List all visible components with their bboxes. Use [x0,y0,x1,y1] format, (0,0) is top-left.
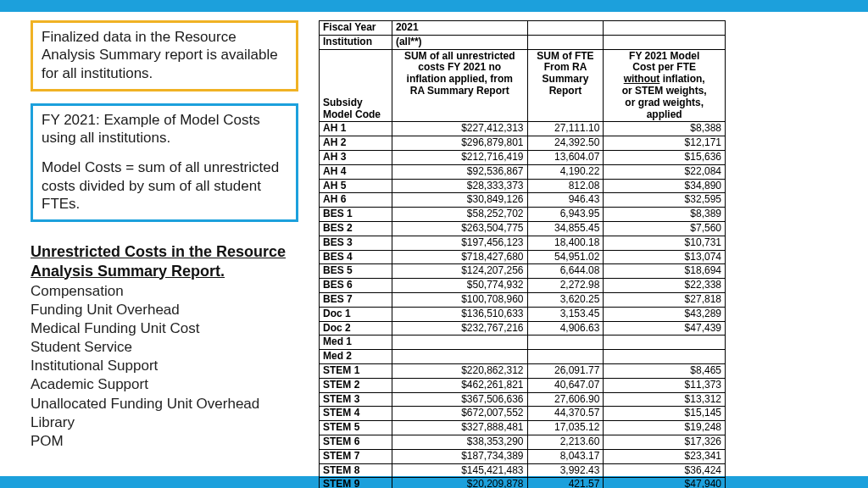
cell-cost: $100,708,960 [392,292,527,307]
cell-fte: 54,951.02 [527,250,604,264]
cell-code: BES 3 [320,236,392,250]
example-text-2: Model Costs = sum of all unrestricted co… [42,158,287,213]
cell-fte: 17,035.12 [527,421,604,435]
list-item: Library [31,413,298,432]
cell-fte: 946.43 [527,193,604,208]
cell-model: $22,084 [604,164,726,179]
cell-cost: $718,427,680 [392,250,527,264]
table-row: Med 2 [320,350,726,364]
list-item: Medical Funding Unit Cost [31,319,298,338]
cell-code: AH 6 [320,193,392,208]
cell-cost: $220,862,312 [392,363,527,378]
cell-code: STEM 5 [320,421,392,435]
cell-model: $23,341 [604,449,726,463]
table-row: STEM 6$38,353,2902,213.60$17,326 [320,435,726,449]
table-row: STEM 7$187,734,3898,043.17$23,341 [320,449,726,463]
cell-code: STEM 7 [320,449,392,463]
callout-box-example: FY 2021: Example of Model Costs using al… [31,103,298,222]
table-row: BES 6$50,774,9322,272.98$22,338 [320,279,726,293]
table-row: Doc 1$136,510,6333,153.45$43,289 [320,307,726,321]
institution-value: (all**) [392,35,527,49]
cell-model: $47,940 [604,478,726,488]
cell-model: $8,388 [604,122,726,136]
cell-model: $7,560 [604,221,726,236]
cell-model: $22,338 [604,279,726,293]
table-header-row: Subsidy Model Code SUM of all unrestrict… [320,49,726,122]
cell-cost: $197,456,123 [392,236,527,250]
cell-code: Doc 1 [320,307,392,321]
table-row: STEM 8$145,421,4833,992.43$36,424 [320,463,726,478]
institution-label: Institution [320,35,392,49]
cell-model: $15,636 [604,150,726,164]
list-item: Unallocated Funding Unit Overhead [31,395,298,413]
cell-code: BES 4 [320,250,392,264]
callout-box-finalized: Finalized data in the Resource Analysis … [31,20,298,92]
unrestricted-costs-heading: Unrestricted Costs in the Resource Analy… [31,242,298,280]
cell-cost: $145,421,483 [392,463,527,478]
cell-cost: $462,261,821 [392,378,527,392]
table-row: BES 1$58,252,7026,943.95$8,389 [320,208,726,222]
cell-fte: 2,272.98 [527,279,604,293]
cell-cost: $136,510,633 [392,307,527,321]
cell-model: $11,373 [604,378,726,392]
table-row-institution: Institution (all**) [320,35,726,49]
cell-fte: 6,943.95 [527,208,604,222]
cell-fte: 2,213.60 [527,435,604,449]
list-item: Student Service [31,338,298,357]
left-column: Finalized data in the Resource Analysis … [31,20,319,476]
cell-fte: 40,647.07 [527,378,604,392]
list-item: Compensation [31,282,298,301]
cell-model: $19,248 [604,421,726,435]
cell-fte: 26,091.77 [527,363,604,378]
table-row: AH 6$30,849,126946.43$32,595 [320,193,726,208]
cell-fte: 27,111.10 [527,122,604,136]
list-item: Institutional Support [31,357,298,375]
blank-cell [527,35,604,49]
model-cost-table: Fiscal Year 2021 Institution (all**) Sub… [319,20,726,488]
header-model: FY 2021 Model Cost per FTE without infla… [604,49,726,122]
cell-cost: $672,007,552 [392,407,527,421]
cell-code: STEM 2 [320,378,392,392]
header-cost: SUM of all unrestricted costs FY 2021 no… [392,49,527,122]
header-code: Subsidy Model Code [320,49,392,122]
cell-model: $43,289 [604,307,726,321]
header-fte: SUM of FTE From RA Summary Report [527,49,604,122]
cell-fte: 812.08 [527,179,604,193]
cell-model: $8,465 [604,363,726,378]
list-item: Funding Unit Overhead [31,301,298,319]
cell-cost: $232,767,216 [392,321,527,336]
list-item: Academic Support [31,375,298,394]
cell-code: BES 6 [320,279,392,293]
cell-cost: $327,888,481 [392,421,527,435]
cell-model: $15,145 [604,407,726,421]
cell-fte: 44,370.57 [527,407,604,421]
cell-code: BES 7 [320,292,392,307]
cell-fte: 3,620.25 [527,292,604,307]
cell-fte: 34,855.45 [527,221,604,236]
cell-model: $8,389 [604,208,726,222]
table-row: STEM 3$367,506,63627,606.90$13,312 [320,392,726,407]
right-column: Fiscal Year 2021 Institution (all**) Sub… [319,20,853,476]
blank-cell [604,21,726,36]
cell-cost: $187,734,389 [392,449,527,463]
cell-model: $10,731 [604,236,726,250]
cell-fte: 24,392.50 [527,136,604,151]
cell-cost: $227,412,313 [392,122,527,136]
cell-cost: $367,506,636 [392,392,527,407]
cell-model [604,350,726,364]
cell-code: Doc 2 [320,321,392,336]
table-row: BES 4$718,427,68054,951.02$13,074 [320,250,726,264]
cell-fte [527,336,604,350]
cell-cost [392,350,527,364]
cell-code: BES 2 [320,221,392,236]
table-row: BES 3$197,456,12318,400.18$10,731 [320,236,726,250]
cell-model: $13,074 [604,250,726,264]
table-row: STEM 5$327,888,48117,035.12$19,248 [320,421,726,435]
table-row: AH 4$92,536,8674,190.22$22,084 [320,164,726,179]
cell-code: AH 5 [320,179,392,193]
table-row: Doc 2$232,767,2164,906.63$47,439 [320,321,726,336]
table-row: BES 7$100,708,9603,620.25$27,818 [320,292,726,307]
cell-cost: $20,209,878 [392,478,527,488]
cell-code: AH 4 [320,164,392,179]
cell-model [604,336,726,350]
